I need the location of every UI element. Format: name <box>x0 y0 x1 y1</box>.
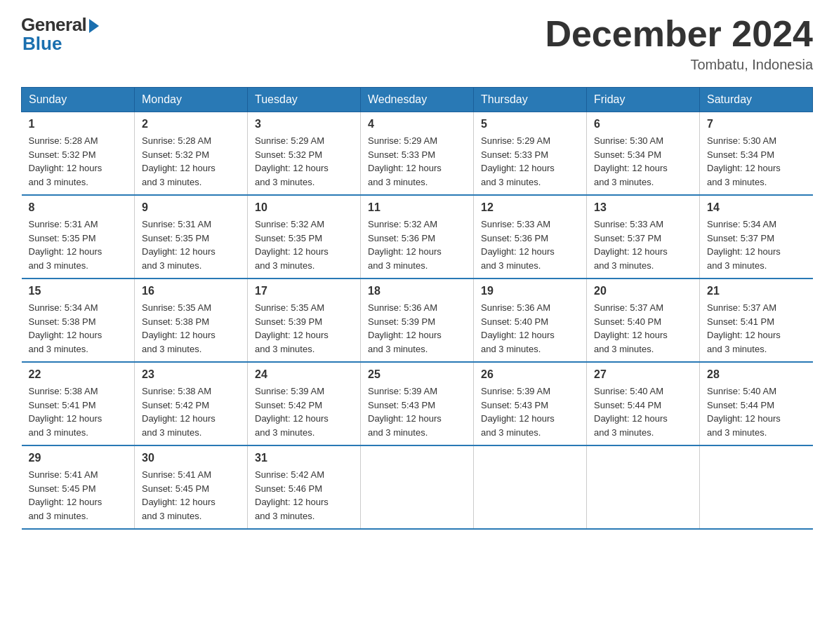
header-saturday: Saturday <box>700 88 813 112</box>
table-row: 24 Sunrise: 5:39 AM Sunset: 5:42 PM Dayl… <box>248 362 361 445</box>
table-row: 12 Sunrise: 5:33 AM Sunset: 5:36 PM Dayl… <box>474 195 587 279</box>
day-info: Sunrise: 5:28 AM Sunset: 5:32 PM Dayligh… <box>29 134 128 189</box>
table-row: 21 Sunrise: 5:37 AM Sunset: 5:41 PM Dayl… <box>700 279 813 362</box>
header-tuesday: Tuesday <box>248 88 361 112</box>
day-number: 13 <box>594 201 692 214</box>
month-title: December 2024 <box>545 14 813 54</box>
day-info: Sunrise: 5:40 AM Sunset: 5:44 PM Dayligh… <box>594 384 692 439</box>
day-number: 11 <box>368 201 466 214</box>
day-number: 1 <box>29 118 128 130</box>
table-row: 15 Sunrise: 5:34 AM Sunset: 5:38 PM Dayl… <box>22 279 135 362</box>
day-info: Sunrise: 5:36 AM Sunset: 5:39 PM Dayligh… <box>368 301 466 356</box>
page-header: General Blue December 2024 Tombatu, Indo… <box>21 14 813 73</box>
header-friday: Friday <box>587 88 700 112</box>
table-row: 28 Sunrise: 5:40 AM Sunset: 5:44 PM Dayl… <box>700 362 813 445</box>
day-info: Sunrise: 5:29 AM Sunset: 5:33 PM Dayligh… <box>368 134 466 189</box>
table-row: 17 Sunrise: 5:35 AM Sunset: 5:39 PM Dayl… <box>248 279 361 362</box>
day-number: 26 <box>481 368 579 381</box>
day-info: Sunrise: 5:40 AM Sunset: 5:44 PM Dayligh… <box>707 384 806 439</box>
day-info: Sunrise: 5:34 AM Sunset: 5:37 PM Dayligh… <box>707 217 806 272</box>
table-row: 16 Sunrise: 5:35 AM Sunset: 5:38 PM Dayl… <box>135 279 248 362</box>
table-row <box>361 445 474 529</box>
calendar-header-row: Sunday Monday Tuesday Wednesday Thursday… <box>22 88 813 112</box>
calendar-week-2: 8 Sunrise: 5:31 AM Sunset: 5:35 PM Dayli… <box>22 195 813 279</box>
header-sunday: Sunday <box>22 88 135 112</box>
table-row: 19 Sunrise: 5:36 AM Sunset: 5:40 PM Dayl… <box>474 279 587 362</box>
day-number: 15 <box>29 285 128 297</box>
day-info: Sunrise: 5:33 AM Sunset: 5:37 PM Dayligh… <box>594 217 692 272</box>
logo: General Blue <box>21 14 99 55</box>
day-number: 6 <box>594 118 692 130</box>
day-info: Sunrise: 5:29 AM Sunset: 5:33 PM Dayligh… <box>481 134 579 189</box>
calendar-week-1: 1 Sunrise: 5:28 AM Sunset: 5:32 PM Dayli… <box>22 112 813 196</box>
table-row <box>587 445 700 529</box>
day-number: 10 <box>255 201 353 214</box>
day-number: 2 <box>142 118 240 130</box>
calendar-week-4: 22 Sunrise: 5:38 AM Sunset: 5:41 PM Dayl… <box>22 362 813 445</box>
header-thursday: Thursday <box>474 88 587 112</box>
day-info: Sunrise: 5:31 AM Sunset: 5:35 PM Dayligh… <box>142 217 240 272</box>
day-info: Sunrise: 5:35 AM Sunset: 5:38 PM Dayligh… <box>142 301 240 356</box>
logo-arrow-icon <box>89 19 99 33</box>
table-row: 20 Sunrise: 5:37 AM Sunset: 5:40 PM Dayl… <box>587 279 700 362</box>
table-row <box>700 445 813 529</box>
day-number: 30 <box>142 452 240 464</box>
day-info: Sunrise: 5:30 AM Sunset: 5:34 PM Dayligh… <box>594 134 692 189</box>
day-number: 16 <box>142 285 240 297</box>
table-row: 25 Sunrise: 5:39 AM Sunset: 5:43 PM Dayl… <box>361 362 474 445</box>
day-number: 7 <box>707 118 806 130</box>
table-row: 30 Sunrise: 5:41 AM Sunset: 5:45 PM Dayl… <box>135 445 248 529</box>
table-row: 6 Sunrise: 5:30 AM Sunset: 5:34 PM Dayli… <box>587 112 700 196</box>
day-number: 31 <box>255 452 353 464</box>
day-number: 17 <box>255 285 353 297</box>
day-info: Sunrise: 5:37 AM Sunset: 5:40 PM Dayligh… <box>594 301 692 356</box>
location-text: Tombatu, Indonesia <box>545 57 813 73</box>
day-info: Sunrise: 5:28 AM Sunset: 5:32 PM Dayligh… <box>142 134 240 189</box>
day-number: 28 <box>707 368 806 381</box>
day-number: 25 <box>368 368 466 381</box>
table-row: 23 Sunrise: 5:38 AM Sunset: 5:42 PM Dayl… <box>135 362 248 445</box>
day-number: 9 <box>142 201 240 214</box>
day-number: 23 <box>142 368 240 381</box>
day-number: 21 <box>707 285 806 297</box>
day-info: Sunrise: 5:36 AM Sunset: 5:40 PM Dayligh… <box>481 301 579 356</box>
table-row: 10 Sunrise: 5:32 AM Sunset: 5:35 PM Dayl… <box>248 195 361 279</box>
day-info: Sunrise: 5:35 AM Sunset: 5:39 PM Dayligh… <box>255 301 353 356</box>
table-row: 2 Sunrise: 5:28 AM Sunset: 5:32 PM Dayli… <box>135 112 248 196</box>
table-row: 11 Sunrise: 5:32 AM Sunset: 5:36 PM Dayl… <box>361 195 474 279</box>
table-row: 9 Sunrise: 5:31 AM Sunset: 5:35 PM Dayli… <box>135 195 248 279</box>
calendar-table: Sunday Monday Tuesday Wednesday Thursday… <box>21 87 813 530</box>
day-number: 24 <box>255 368 353 381</box>
day-number: 29 <box>29 452 128 464</box>
day-number: 27 <box>594 368 692 381</box>
table-row: 22 Sunrise: 5:38 AM Sunset: 5:41 PM Dayl… <box>22 362 135 445</box>
day-number: 22 <box>29 368 128 381</box>
table-row: 31 Sunrise: 5:42 AM Sunset: 5:46 PM Dayl… <box>248 445 361 529</box>
title-section: December 2024 Tombatu, Indonesia <box>545 14 813 73</box>
day-info: Sunrise: 5:39 AM Sunset: 5:42 PM Dayligh… <box>255 384 353 439</box>
table-row: 14 Sunrise: 5:34 AM Sunset: 5:37 PM Dayl… <box>700 195 813 279</box>
day-info: Sunrise: 5:34 AM Sunset: 5:38 PM Dayligh… <box>29 301 128 356</box>
day-info: Sunrise: 5:42 AM Sunset: 5:46 PM Dayligh… <box>255 468 353 523</box>
day-number: 19 <box>481 285 579 297</box>
calendar-week-5: 29 Sunrise: 5:41 AM Sunset: 5:45 PM Dayl… <box>22 445 813 529</box>
day-number: 4 <box>368 118 466 130</box>
day-info: Sunrise: 5:38 AM Sunset: 5:42 PM Dayligh… <box>142 384 240 439</box>
table-row <box>474 445 587 529</box>
day-info: Sunrise: 5:32 AM Sunset: 5:36 PM Dayligh… <box>368 217 466 272</box>
header-wednesday: Wednesday <box>361 88 474 112</box>
table-row: 18 Sunrise: 5:36 AM Sunset: 5:39 PM Dayl… <box>361 279 474 362</box>
header-monday: Monday <box>135 88 248 112</box>
day-number: 18 <box>368 285 466 297</box>
day-number: 3 <box>255 118 353 130</box>
table-row: 29 Sunrise: 5:41 AM Sunset: 5:45 PM Dayl… <box>22 445 135 529</box>
day-number: 12 <box>481 201 579 214</box>
table-row: 7 Sunrise: 5:30 AM Sunset: 5:34 PM Dayli… <box>700 112 813 196</box>
table-row: 4 Sunrise: 5:29 AM Sunset: 5:33 PM Dayli… <box>361 112 474 196</box>
day-info: Sunrise: 5:41 AM Sunset: 5:45 PM Dayligh… <box>29 468 128 523</box>
day-info: Sunrise: 5:30 AM Sunset: 5:34 PM Dayligh… <box>707 134 806 189</box>
day-info: Sunrise: 5:39 AM Sunset: 5:43 PM Dayligh… <box>481 384 579 439</box>
day-info: Sunrise: 5:32 AM Sunset: 5:35 PM Dayligh… <box>255 217 353 272</box>
day-info: Sunrise: 5:33 AM Sunset: 5:36 PM Dayligh… <box>481 217 579 272</box>
day-info: Sunrise: 5:41 AM Sunset: 5:45 PM Dayligh… <box>142 468 240 523</box>
